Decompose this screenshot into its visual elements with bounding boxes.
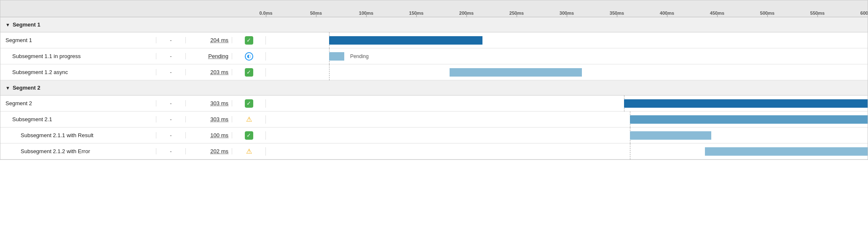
status-check-icon: ✓: [245, 131, 253, 140]
timeline-bar: [329, 52, 344, 61]
ruler-tick: [567, 14, 567, 17]
cell-dur: 303 ms: [186, 100, 232, 106]
cell-res: -: [156, 116, 186, 122]
timeline-bar: [630, 131, 711, 140]
status-check-icon: ✓: [245, 99, 253, 108]
timeline-bar: [624, 99, 868, 108]
cell-dur: 203 ms: [186, 69, 232, 75]
cell-status: ⚠: [232, 115, 266, 124]
cell-status: ✓: [232, 68, 266, 77]
section-header-seg1[interactable]: ▼Segment 1: [0, 17, 868, 32]
ruler-tick: [767, 14, 768, 17]
cell-dur: 202 ms: [186, 148, 232, 154]
duration-value: 303 ms: [210, 100, 228, 106]
ruler-tick: [366, 14, 367, 17]
timeline-bar: [705, 147, 868, 156]
status-pending-icon: ◐: [245, 52, 253, 61]
cell-res: -: [156, 53, 186, 59]
cell-name: Subsegment 2.1.2 with Error: [0, 148, 156, 154]
cell-dur: 204 ms: [186, 37, 232, 43]
table-row: Subsegment 1.2 async-203 ms✓: [0, 64, 868, 80]
cell-name: Subsegment 1.1 in progress: [0, 53, 156, 59]
cell-timeline: [266, 112, 868, 127]
table-body: ▼Segment 1Segment 1-204 ms✓Subsegment 1.…: [0, 17, 868, 159]
cell-status: ✓: [232, 36, 266, 45]
table-row: Subsegment 2.1.1 with Result-100 ms✓: [0, 127, 868, 143]
timeline-bar: [450, 68, 582, 77]
ruler-label: 600ms: [860, 11, 868, 16]
ruler-tick: [316, 14, 316, 17]
ruler-tick: [817, 14, 818, 17]
ruler-tick: [667, 14, 667, 17]
table-row: Segment 1-204 ms✓: [0, 32, 868, 48]
duration-value: 202 ms: [210, 148, 228, 154]
status-check-icon: ✓: [245, 68, 253, 77]
cell-timeline: [266, 64, 868, 80]
duration-value: Pending: [208, 53, 228, 59]
ruler-tick: [416, 14, 417, 17]
cell-name: Subsegment 1.2 async: [0, 69, 156, 75]
section-label: Segment 1: [13, 21, 40, 28]
ruler-tick: [717, 14, 718, 17]
cell-dur: Pending: [186, 53, 232, 59]
cell-status: ⚠: [232, 147, 266, 156]
ruler-tick: [466, 14, 467, 17]
duration-value: 203 ms: [210, 69, 228, 75]
chevron-icon: ▼: [5, 85, 10, 90]
cell-res: -: [156, 132, 186, 138]
table-row: Subsegment 2.1.2 with Error-202 ms⚠: [0, 143, 868, 159]
cell-status: ✓: [232, 99, 266, 108]
duration-value: 100 ms: [210, 132, 228, 138]
timeline-bar: [630, 115, 868, 124]
status-check-icon: ✓: [245, 36, 253, 45]
ruler-tick: [517, 14, 517, 17]
ruler-tick: [617, 14, 617, 17]
cell-res: -: [156, 69, 186, 75]
cell-dur: 303 ms: [186, 116, 232, 122]
table-header: 0.0ms50ms100ms150ms200ms250ms300ms350ms4…: [0, 0, 868, 17]
cell-res: -: [156, 37, 186, 43]
header-timeline: 0.0ms50ms100ms150ms200ms250ms300ms350ms4…: [266, 0, 868, 17]
cell-name: Segment 2: [0, 100, 156, 106]
cell-name: Segment 1: [0, 37, 156, 43]
table-row: Subsegment 2.1-303 ms⚠: [0, 112, 868, 127]
pending-label: Pending: [350, 53, 369, 59]
cell-status: ✓: [232, 131, 266, 140]
dashed-marker: [630, 143, 630, 159]
cell-res: -: [156, 148, 186, 154]
table-row: Segment 2-303 ms✓: [0, 96, 868, 112]
cell-timeline: [266, 127, 868, 143]
cell-timeline: [266, 32, 868, 48]
cell-name: Subsegment 2.1: [0, 116, 156, 122]
ruler-tick: [266, 14, 266, 17]
timeline-table: 0.0ms50ms100ms150ms200ms250ms300ms350ms4…: [0, 0, 868, 160]
chevron-icon: ▼: [5, 22, 10, 27]
dashed-marker: [329, 64, 330, 80]
duration-value: 303 ms: [210, 116, 228, 122]
table-row: Subsegment 1.1 in progress-Pending◐Pendi…: [0, 48, 868, 64]
cell-dur: 100 ms: [186, 132, 232, 138]
timeline-bar: [329, 36, 482, 45]
cell-timeline: [266, 143, 868, 159]
duration-value: 204 ms: [210, 37, 228, 43]
status-warning-icon: ⚠: [245, 115, 253, 124]
section-header-seg2[interactable]: ▼Segment 2: [0, 80, 868, 96]
cell-status: ◐: [232, 52, 266, 61]
cell-timeline: [266, 96, 868, 112]
section-label: Segment 2: [13, 85, 40, 91]
cell-timeline: Pending: [266, 48, 868, 64]
cell-name: Subsegment 2.1.1 with Result: [0, 132, 156, 138]
cell-res: -: [156, 100, 186, 106]
status-warning-icon: ⚠: [245, 147, 253, 156]
